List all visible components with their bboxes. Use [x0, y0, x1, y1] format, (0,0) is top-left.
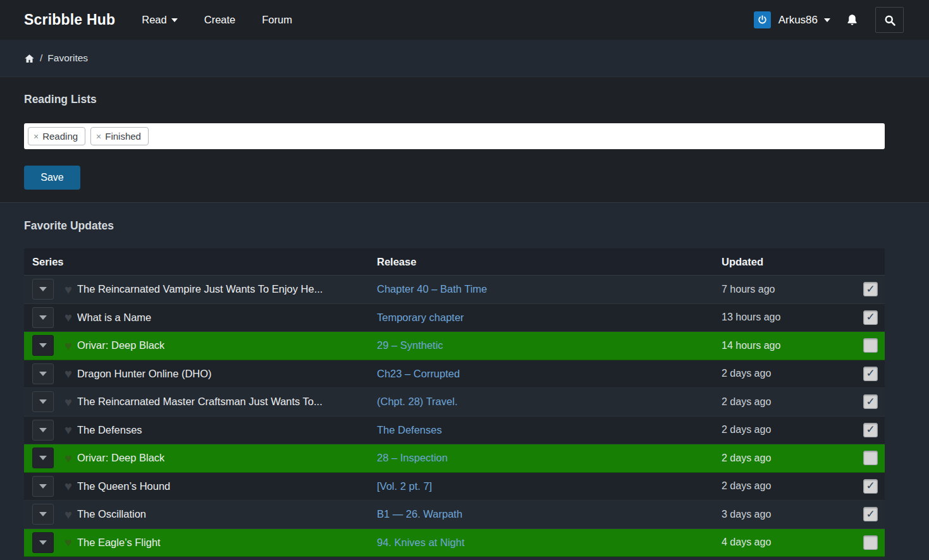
- series-title-link[interactable]: The Defenses: [77, 424, 142, 436]
- read-checkbox[interactable]: ✓: [863, 394, 878, 409]
- updated-cell: 4 days ago: [722, 537, 863, 548]
- column-header-series: Series: [24, 256, 377, 268]
- release-cell: 28 – Inspection: [377, 452, 722, 464]
- release-link[interactable]: The Defenses: [377, 424, 442, 435]
- read-checkbox[interactable]: ✓: [863, 367, 878, 381]
- row-dropdown-button[interactable]: [32, 447, 54, 468]
- row-dropdown-button[interactable]: [32, 532, 54, 553]
- row-dropdown-button[interactable]: [32, 335, 54, 356]
- save-button[interactable]: Save: [24, 166, 80, 190]
- series-title-link[interactable]: Dragon Hunter Online (DHO): [77, 368, 212, 380]
- table-row: ♥ The Defenses The Defenses 2 days ago ✓: [24, 417, 885, 445]
- read-checkbox[interactable]: ✓: [863, 423, 878, 437]
- table-body: ♥ The Reincarnated Vampire Just Wants To…: [24, 276, 885, 557]
- username[interactable]: Arkus86: [778, 14, 818, 27]
- chevron-down-icon: [39, 456, 47, 460]
- release-link[interactable]: 94. Knives at Night: [377, 537, 465, 548]
- series-title-link[interactable]: The Eagle’s Flight: [77, 537, 161, 549]
- tag-label: Finished: [105, 131, 141, 142]
- table-row: ♥ The Oscillation B1 — 26. Warpath 3 day…: [24, 501, 885, 529]
- release-link[interactable]: Temporary chapter: [377, 312, 464, 323]
- check-cell: ✓: [863, 535, 885, 550]
- site-logo[interactable]: Scribble Hub: [24, 11, 115, 28]
- breadcrumb-home-link[interactable]: [24, 53, 35, 64]
- heart-icon: ♥: [65, 480, 72, 492]
- check-cell: ✓: [863, 367, 885, 381]
- chevron-down-icon: [39, 343, 47, 348]
- release-link[interactable]: Chapter 40 – Bath Time: [377, 283, 487, 295]
- breadcrumb-separator: /: [40, 52, 42, 64]
- chevron-down-icon: [39, 372, 47, 376]
- power-icon: [757, 15, 768, 25]
- chevron-down-icon: [39, 484, 47, 489]
- check-cell: ✓: [863, 423, 885, 437]
- reading-lists-section: Reading Lists × Reading × Finished Save: [0, 77, 929, 202]
- release-cell: Temporary chapter: [377, 312, 722, 324]
- menu-item-create[interactable]: Create: [204, 14, 236, 26]
- row-dropdown-button[interactable]: [32, 363, 54, 384]
- updated-timestamp: 4 days ago: [722, 537, 771, 547]
- user-menu-chevron-icon[interactable]: [824, 18, 830, 22]
- read-checkbox[interactable]: ✓: [863, 479, 878, 494]
- release-cell: The Defenses: [377, 424, 722, 436]
- release-link[interactable]: Ch23 – Corrupted: [377, 368, 460, 379]
- series-cell: ♥ The Queen’s Hound: [24, 476, 377, 497]
- read-checkbox[interactable]: ✓: [863, 451, 878, 465]
- updated-cell: 2 days ago: [722, 368, 863, 379]
- release-link[interactable]: (Chpt. 28) Travel.: [377, 396, 457, 407]
- table-row: ♥ Orivar: Deep Black 28 – Inspection 2 d…: [24, 444, 885, 473]
- heart-icon: ♥: [65, 396, 72, 408]
- release-link[interactable]: 28 – Inspection: [377, 452, 448, 463]
- checkmark-icon: ✓: [866, 312, 875, 322]
- row-dropdown-button[interactable]: [32, 476, 54, 497]
- read-checkbox[interactable]: ✓: [863, 310, 878, 325]
- series-title-link[interactable]: The Reincarnated Master Craftsman Just W…: [77, 396, 323, 408]
- series-title-link[interactable]: Orivar: Deep Black: [77, 339, 164, 351]
- search-button[interactable]: [875, 7, 904, 33]
- updated-cell: 2 days ago: [722, 453, 863, 464]
- release-cell: (Chpt. 28) Travel.: [377, 396, 722, 408]
- series-title-link[interactable]: Orivar: Deep Black: [77, 452, 164, 464]
- read-checkbox[interactable]: ✓: [863, 535, 878, 550]
- menu-item-forum[interactable]: Forum: [262, 14, 292, 26]
- menu-item-read[interactable]: Read: [142, 14, 177, 26]
- table-row: ♥ What is a Name Temporary chapter 13 ho…: [24, 304, 885, 332]
- series-cell: ♥ Orivar: Deep Black: [24, 335, 377, 356]
- check-cell: ✓: [863, 451, 885, 465]
- column-header-updated: Updated: [722, 256, 863, 268]
- series-title-link[interactable]: The Oscillation: [77, 508, 146, 520]
- release-link[interactable]: 29 – Synthetic: [377, 339, 443, 351]
- user-avatar[interactable]: [754, 11, 771, 28]
- row-dropdown-button[interactable]: [32, 420, 54, 441]
- table-row: ♥ Dragon Hunter Online (DHO) Ch23 – Corr…: [24, 360, 885, 389]
- series-cell: ♥ What is a Name: [24, 307, 377, 328]
- home-icon: [24, 53, 35, 64]
- reading-lists-heading: Reading Lists: [24, 93, 905, 106]
- row-dropdown-button[interactable]: [32, 504, 54, 525]
- series-cell: ♥ The Reincarnated Vampire Just Wants To…: [24, 279, 377, 300]
- notifications-button[interactable]: [846, 13, 859, 27]
- release-cell: 29 – Synthetic: [377, 339, 722, 351]
- read-checkbox[interactable]: ✓: [863, 282, 878, 296]
- read-checkbox[interactable]: ✓: [863, 338, 878, 353]
- release-cell: Chapter 40 – Bath Time: [377, 283, 722, 295]
- series-title-link[interactable]: The Queen’s Hound: [77, 480, 170, 492]
- release-link[interactable]: [Vol. 2 pt. 7]: [377, 480, 432, 492]
- reading-lists-input[interactable]: × Reading × Finished: [24, 123, 885, 149]
- series-title-link[interactable]: The Reincarnated Vampire Just Wants To E…: [77, 283, 323, 295]
- chevron-down-icon: [39, 315, 47, 320]
- row-dropdown-button[interactable]: [32, 279, 54, 300]
- row-dropdown-button[interactable]: [32, 307, 54, 328]
- remove-tag-icon[interactable]: ×: [34, 131, 39, 142]
- table-header: Series Release Updated: [24, 248, 885, 276]
- tag-label: Reading: [42, 131, 78, 142]
- series-title-link[interactable]: What is a Name: [77, 312, 151, 324]
- release-link[interactable]: B1 — 26. Warpath: [377, 508, 462, 520]
- row-dropdown-button[interactable]: [32, 391, 54, 412]
- heart-icon: ♥: [65, 423, 72, 436]
- list-tag-finished: × Finished: [90, 127, 149, 145]
- heart-icon: ♥: [65, 452, 72, 465]
- remove-tag-icon[interactable]: ×: [96, 131, 101, 142]
- heart-icon: ♥: [65, 536, 72, 549]
- read-checkbox[interactable]: ✓: [863, 507, 878, 521]
